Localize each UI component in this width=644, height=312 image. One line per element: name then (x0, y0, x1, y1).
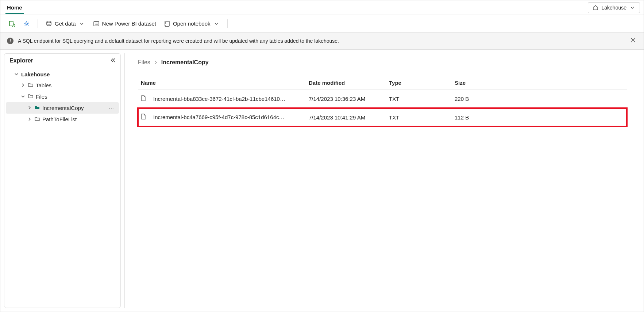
info-banner-text: A SQL endpoint for SQL querying and a de… (18, 38, 339, 44)
svg-rect-3 (94, 22, 99, 26)
column-header-name[interactable]: Name (138, 76, 306, 90)
new-dataset-label: New Power BI dataset (102, 20, 156, 27)
lakehouse-selector[interactable]: Lakehouse (588, 2, 640, 13)
svg-point-4 (95, 23, 96, 23)
file-name: Incremental-bba833ce-3672-41cf-ba2b-11cb… (153, 96, 285, 102)
file-date: 7/14/2023 10:41:29 AM (306, 108, 386, 126)
chevron-right-icon (27, 117, 32, 122)
chevron-down-icon (14, 72, 19, 77)
explorer-title: Explorer (9, 57, 33, 64)
info-icon: i (7, 38, 14, 44)
top-tab-bar: Home Lakehouse (0, 0, 644, 15)
chevron-down-icon (78, 20, 85, 27)
svg-point-5 (96, 23, 97, 23)
get-data-label: Get data (55, 20, 76, 27)
svg-point-6 (97, 23, 98, 23)
lakehouse-icon (592, 4, 599, 11)
chevron-down-icon (629, 4, 636, 11)
settings-button[interactable] (20, 18, 33, 30)
file-icon (140, 113, 147, 121)
main-content: Files IncrementalCopy Name Date modified… (124, 53, 640, 308)
svg-point-1 (26, 23, 28, 24)
svg-rect-0 (9, 21, 13, 26)
get-data-button[interactable]: Get data (42, 18, 88, 30)
table-row[interactable]: Incremental-bc4a7669-c95f-4d7c-978c-85c1… (138, 108, 627, 126)
tree-node-label: Lakehouse (21, 71, 50, 77)
column-header-type[interactable]: Type (386, 76, 452, 90)
tree-node-files[interactable]: Files (6, 91, 119, 102)
svg-point-9 (97, 24, 98, 25)
toolbar: Get data New Power BI dataset (0, 15, 644, 33)
chevron-down-icon (20, 94, 26, 99)
toolbar-separator (38, 19, 38, 28)
breadcrumb-files[interactable]: Files (138, 59, 150, 66)
tree-node-label: Files (36, 94, 47, 100)
dataset-icon (93, 20, 100, 27)
chevron-right-icon (154, 59, 158, 66)
close-banner-button[interactable] (629, 36, 637, 46)
file-name: Incremental-bc4a7669-c95f-4d7c-978c-85c1… (153, 114, 284, 120)
folder-icon (34, 104, 40, 111)
column-header-date[interactable]: Date modified (306, 76, 386, 90)
refresh-icon (8, 20, 16, 27)
explorer-panel: Explorer Lakehouse (4, 53, 121, 308)
notebook-icon (163, 20, 171, 27)
folder-icon (34, 116, 40, 123)
gear-icon (23, 20, 30, 27)
column-header-size[interactable]: Size (452, 76, 627, 90)
svg-point-8 (96, 24, 97, 25)
collapse-explorer-button[interactable] (110, 58, 115, 64)
toolbar-separator (227, 19, 228, 28)
table-row[interactable]: Incremental-bba833ce-3672-41cf-ba2b-11cb… (138, 90, 627, 109)
chevron-down-icon (213, 20, 220, 27)
open-notebook-label: Open notebook (173, 20, 211, 27)
tree-node-incrementalcopy[interactable]: IncrementalCopy ⋯ (6, 102, 119, 114)
folder-icon (28, 82, 34, 89)
file-icon (140, 95, 147, 103)
folder-icon (28, 93, 34, 100)
tree-node-label: PathToFileList (42, 116, 77, 122)
svg-point-2 (47, 21, 51, 23)
refresh-button[interactable] (5, 18, 19, 30)
tree-node-tables[interactable]: Tables (6, 80, 119, 91)
breadcrumb-current: IncrementalCopy (161, 59, 209, 66)
tree-node-label: Tables (36, 82, 51, 88)
database-icon (45, 20, 53, 27)
file-type: TXT (386, 108, 452, 126)
tree-node-lakehouse[interactable]: Lakehouse (6, 69, 119, 80)
file-size: 220 B (452, 90, 627, 109)
lakehouse-selector-label: Lakehouse (601, 5, 626, 11)
more-options-button[interactable]: ⋯ (107, 105, 116, 111)
svg-point-7 (95, 24, 96, 25)
chevron-right-icon (27, 106, 32, 111)
file-size: 112 B (452, 108, 627, 126)
tab-home[interactable]: Home (5, 1, 24, 14)
chevron-right-icon (20, 83, 26, 88)
tree-node-pathtofilelist[interactable]: PathToFileList (6, 114, 119, 125)
info-banner: i A SQL endpoint for SQL querying and a … (0, 33, 644, 50)
tree-node-label: IncrementalCopy (42, 105, 84, 111)
new-dataset-button[interactable]: New Power BI dataset (90, 18, 159, 30)
open-notebook-button[interactable]: Open notebook (161, 18, 223, 30)
file-date: 7/14/2023 10:36:23 AM (306, 90, 386, 109)
breadcrumb: Files IncrementalCopy (138, 59, 627, 66)
file-table: Name Date modified Type Size Incremental… (138, 76, 627, 127)
file-type: TXT (386, 90, 452, 109)
